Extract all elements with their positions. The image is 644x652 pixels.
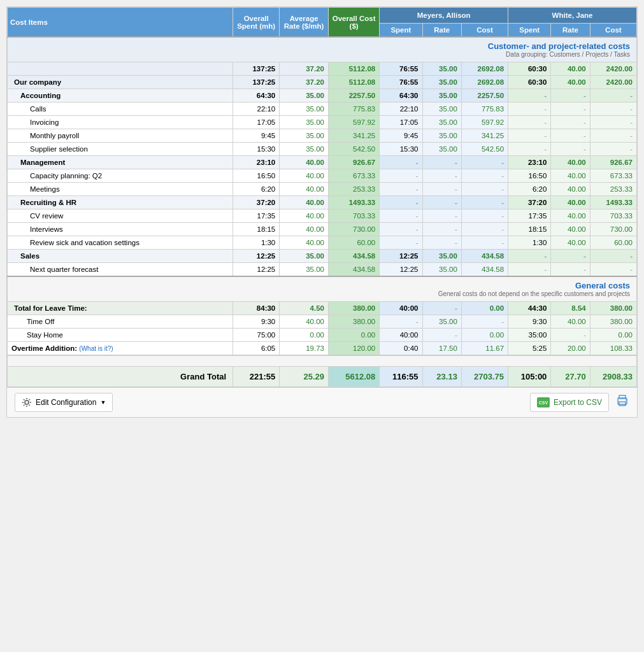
main-container: Cost Items Overall Spent (mh) Average Ra… (6, 6, 638, 418)
what-is-it-link[interactable]: (What is it?) (79, 345, 113, 352)
customer-totals-label (8, 62, 233, 76)
table-row: Invoicing17:0535.00597.9217:0535.00597.9… (8, 116, 637, 129)
customer-avg-rate: 37.20 (280, 62, 329, 76)
separator-row (8, 355, 637, 367)
overall-spent-header: Overall Spent (mh) (233, 8, 280, 38)
table-row: Management23:1040.00926.67---23:1040.009… (8, 156, 637, 169)
svg-rect-5 (619, 402, 626, 406)
meyers-group-header: Meyers, Allison (380, 8, 508, 24)
table-row: Meetings6:2040.00253.33---6:2040.00253.3… (8, 183, 637, 196)
table-row: Interviews18:1540.00730.00---18:1540.007… (8, 223, 637, 236)
customer-meyers-rate: 35.00 (422, 62, 461, 76)
customer-overall-cost: 5112.08 (328, 62, 379, 76)
customer-overall-spent: 137:25 (233, 62, 280, 76)
white-group-header: White, Jane (508, 8, 637, 24)
table-row: Total for Leave Time:84:304.50380.0040:0… (8, 302, 637, 315)
meyers-spent-header: Spent (380, 24, 422, 38)
overall-cost-header: Overall Cost ($) (328, 8, 379, 38)
table-row: Accounting64:3035.002257.5064:3035.00225… (8, 89, 637, 103)
cost-items-col-header: Cost Items (8, 8, 233, 38)
customer-section-title: Customer- and project-related costs (14, 41, 630, 51)
customer-white-spent: 60:30 (508, 62, 551, 76)
customer-white-rate: 40.00 (551, 62, 590, 76)
gear-icon (22, 397, 32, 408)
table-row: Next quarter forecast12:2535.00434.5812:… (8, 263, 637, 277)
cost-items-table: Cost Items Overall Spent (mh) Average Ra… (7, 7, 637, 387)
table-row: CV review17:3540.00703.33---17:3540.0070… (8, 209, 637, 223)
overtime-row: Overtime Addition: (What is it?)6:0519.7… (8, 342, 637, 356)
table-row: Calls22:1035.00775.8322:1035.00775.83--- (8, 103, 637, 116)
avg-rate-header: Average Rate ($/mh) (280, 8, 329, 38)
table-row: Monthly payroll9:4535.00341.259:4535.003… (8, 129, 637, 143)
customer-white-cost: 2420.00 (590, 62, 636, 76)
footer-toolbar: Edit Configuration ▼ CSV Export to CSV (7, 387, 637, 417)
grand-total-row: Grand Total221:5525.295612.08116:5523.13… (8, 367, 637, 387)
table-row: Our company137:2537.205112.0876:5535.002… (8, 76, 637, 89)
svg-rect-4 (619, 395, 626, 399)
export-csv-label: Export to CSV (554, 398, 602, 407)
footer-right: CSV Export to CSV (530, 393, 629, 412)
customer-meyers-spent: 76:55 (380, 62, 422, 76)
customer-totals-row: 137:25 37.20 5112.08 76:55 35.00 2692.08… (8, 62, 637, 76)
table-row: Recruiting & HR37:2040.001493.33---37:20… (8, 196, 637, 209)
white-spent-header: Spent (508, 24, 551, 38)
table-row: Stay Home75:000.000.0040:00-0.0035:00-0.… (8, 329, 637, 342)
edit-config-label: Edit Configuration (36, 398, 96, 407)
edit-config-button[interactable]: Edit Configuration ▼ (15, 393, 113, 412)
table-row: Sales12:2535.00434.5812:2535.00434.58--- (8, 250, 637, 263)
svg-point-0 (25, 400, 29, 404)
overtime-label: Overtime Addition: (11, 344, 77, 352)
meyers-rate-header: Rate (422, 24, 461, 38)
customer-meyers-cost: 2692.08 (461, 62, 508, 76)
table-row: Time Off9:3040.00380.00-35.00-9:3040.003… (8, 315, 637, 329)
print-button[interactable] (615, 394, 629, 411)
csv-icon: CSV (537, 397, 550, 408)
table-wrapper: Cost Items Overall Spent (mh) Average Ra… (7, 7, 637, 387)
customer-section-subtitle: Data grouping: Customers / Projects / Ta… (14, 51, 630, 58)
meyers-cost-header: Cost (461, 24, 508, 38)
table-row: Capacity planning: Q216:5040.00673.33---… (8, 169, 637, 183)
general-costs-header: General costs General costs do not depen… (8, 276, 637, 302)
white-rate-header: Rate (551, 24, 590, 38)
white-cost-header: Cost (590, 24, 636, 38)
table-row: Review sick and vacation settings1:3040.… (8, 236, 637, 250)
customer-section-header: Customer- and project-related costs Data… (8, 37, 637, 62)
svg-text:CSV: CSV (539, 400, 548, 405)
print-icon (615, 394, 629, 408)
edit-config-dropdown-icon: ▼ (100, 399, 106, 406)
export-csv-button[interactable]: CSV Export to CSV (530, 393, 609, 412)
svg-point-6 (626, 399, 627, 400)
table-row: Supplier selection15:3035.00542.5015:303… (8, 143, 637, 156)
